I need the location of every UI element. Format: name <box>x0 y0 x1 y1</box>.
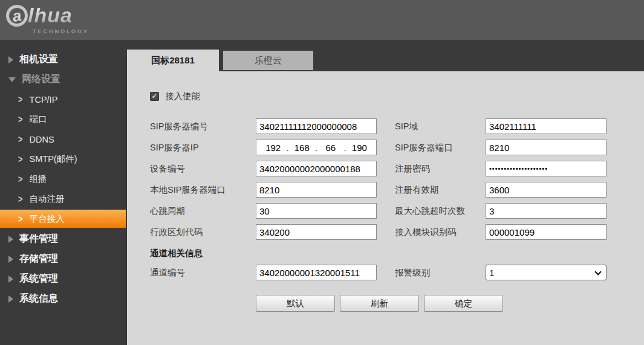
sidebar-item-camera-settings[interactable]: 相机设置 <box>0 50 127 69</box>
admin-division-code-label: 行政区划代码 <box>150 227 256 238</box>
triangle-right-icon <box>8 236 13 243</box>
sip-server-id-label: SIP服务器编号 <box>150 121 256 132</box>
chevron-right-icon: > <box>18 154 23 165</box>
sidebar-item-label: 系统管理 <box>19 272 58 285</box>
sidebar-item-label: TCP/IP <box>30 95 58 105</box>
sidebar-item-label: 系统信息 <box>19 292 58 305</box>
sidebar-item-port[interactable]: > 端口 <box>0 109 127 129</box>
sidebar-item-event-management[interactable]: 事件管理 <box>0 229 127 249</box>
heartbeat-period-label: 心跳周期 <box>150 205 256 217</box>
sidebar-item-label: 自动注册 <box>30 193 65 205</box>
ip-octet-3[interactable]: 66 <box>317 143 343 153</box>
logo-ring-icon: a <box>5 3 30 28</box>
sidebar-item-label: 组播 <box>30 173 47 185</box>
sidebar-item-label: DDNS <box>30 135 54 144</box>
button-row: 默认 刷新 确定 <box>256 295 644 312</box>
max-heartbeat-timeout-input[interactable] <box>486 203 607 219</box>
sidebar-item-tcpip[interactable]: > TCP/IP <box>0 89 127 109</box>
sidebar-item-multicast[interactable]: > 组播 <box>0 169 127 189</box>
chevron-right-icon: > <box>18 94 23 105</box>
ip-octet-1[interactable]: 192 <box>260 143 286 153</box>
sidebar-item-platform-access[interactable]: > 平台接入 <box>0 210 126 228</box>
tab-bar: 国标28181 乐橙云 <box>127 40 644 71</box>
enable-row: ✓ 接入使能 <box>150 91 644 101</box>
chevron-right-icon: > <box>18 134 23 145</box>
register-validity-input[interactable] <box>486 182 607 198</box>
register-password-label: 注册密码 <box>395 163 486 175</box>
sip-server-ip-label: SIP服务器IP <box>150 142 256 153</box>
sidebar-item-system-info[interactable]: 系统信息 <box>0 289 127 309</box>
sidebar-item-smtp[interactable]: > SMTP(邮件) <box>0 149 127 169</box>
chevron-right-icon: > <box>18 114 23 125</box>
access-enable-label: 接入使能 <box>165 91 200 102</box>
device-id-label: 设备编号 <box>150 163 256 175</box>
access-enable-checkbox[interactable]: ✓ <box>150 92 159 101</box>
triangle-down-icon <box>8 77 16 82</box>
sip-server-port-label: SIP服务器端口 <box>395 142 486 153</box>
sidebar-item-label: SMTP(邮件) <box>30 153 77 165</box>
sidebar-item-label: 存储管理 <box>19 253 58 265</box>
sidebar-item-ddns[interactable]: > DDNS <box>0 129 127 149</box>
triangle-right-icon <box>8 276 13 283</box>
sip-server-ip-input[interactable]: 192. 168. 66. 190 <box>256 140 377 155</box>
channel-grid: 通道编号 报警级别 1 <box>150 265 644 280</box>
chevron-right-icon: > <box>18 194 23 205</box>
local-sip-port-label: 本地SIP服务器端口 <box>150 184 256 196</box>
alarm-level-select[interactable]: 1 <box>486 265 607 280</box>
sidebar-item-label: 平台接入 <box>30 213 65 225</box>
sidebar-item-label: 事件管理 <box>19 233 58 245</box>
register-password-input[interactable] <box>486 161 607 176</box>
sidebar: 相机设置 网络设置 > TCP/IP > 端口 > DDNS > SMTP(邮件… <box>0 40 127 345</box>
chevron-right-icon: > <box>18 213 23 224</box>
access-module-id-label: 接入模块识别码 <box>395 227 486 238</box>
app-header: a lhua TECHNOLOGY <box>0 0 644 40</box>
max-heartbeat-timeout-label: 最大心跳超时次数 <box>395 205 486 217</box>
checkmark-icon: ✓ <box>151 92 157 100</box>
ip-octet-2[interactable]: 168 <box>289 143 315 153</box>
sip-server-port-input[interactable] <box>486 140 607 155</box>
admin-division-code-input[interactable] <box>256 224 377 240</box>
heartbeat-period-input[interactable] <box>256 203 377 219</box>
tab-lechange-cloud[interactable]: 乐橙云 <box>223 51 313 70</box>
refresh-button[interactable]: 刷新 <box>340 295 419 312</box>
triangle-right-icon <box>8 56 13 63</box>
sidebar-item-network-settings[interactable]: 网络设置 <box>0 69 127 89</box>
sidebar-item-label: 端口 <box>30 114 47 125</box>
sidebar-item-system-management[interactable]: 系统管理 <box>0 269 127 289</box>
device-id-input[interactable] <box>256 161 377 176</box>
triangle-right-icon <box>8 256 13 263</box>
sip-domain-input[interactable] <box>486 118 607 134</box>
register-validity-label: 注册有效期 <box>395 184 486 196</box>
triangle-right-icon <box>8 295 13 303</box>
sidebar-item-auto-register[interactable]: > 自动注册 <box>0 189 127 209</box>
default-button[interactable]: 默认 <box>256 295 335 312</box>
form-grid: SIP服务器编号 SIP域 SIP服务器IP 192. 168. 66. 190… <box>150 118 644 240</box>
logo-subtitle: TECHNOLOGY <box>33 28 89 34</box>
sidebar-item-label: 网络设置 <box>22 73 60 86</box>
access-module-id-input[interactable] <box>486 224 607 240</box>
local-sip-port-input[interactable] <box>256 182 377 198</box>
dahua-logo: a lhua TECHNOLOGY <box>6 4 89 34</box>
sidebar-item-label: 相机设置 <box>19 53 58 66</box>
sidebar-item-storage-management[interactable]: 存储管理 <box>0 249 127 269</box>
channel-id-label: 通道编号 <box>150 267 256 279</box>
sip-server-id-input[interactable] <box>256 118 377 134</box>
gb28181-panel: ✓ 接入使能 SIP服务器编号 SIP域 SIP服务器IP 192. 168. … <box>127 71 644 345</box>
sip-domain-label: SIP域 <box>395 121 486 132</box>
ip-octet-4[interactable]: 190 <box>346 143 372 153</box>
confirm-button[interactable]: 确定 <box>424 295 503 312</box>
channel-section-title: 通道相关信息 <box>150 248 644 259</box>
channel-id-input[interactable] <box>256 265 377 280</box>
logo-text: lhua <box>28 4 73 27</box>
tab-gb28181[interactable]: 国标28181 <box>127 50 219 71</box>
alarm-level-label: 报警级别 <box>395 267 486 279</box>
chevron-right-icon: > <box>18 174 23 185</box>
